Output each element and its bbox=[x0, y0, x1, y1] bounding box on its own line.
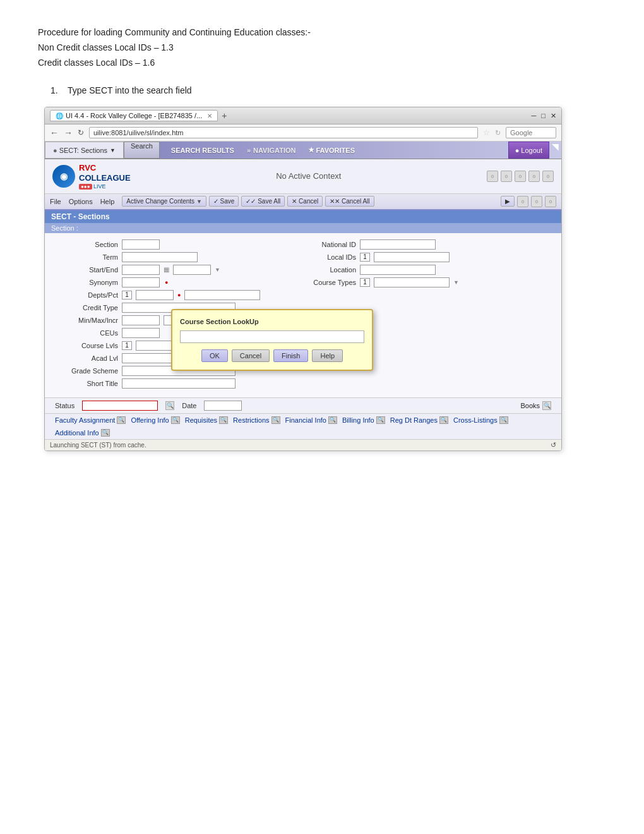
faculty-assignment-link[interactable]: Faculty Assignment 🔍 bbox=[55, 416, 126, 424]
offering-info-icon[interactable]: 🔍 bbox=[171, 416, 180, 424]
active-context-btn[interactable]: Active Change Contents ▼ bbox=[122, 196, 206, 207]
national-id-input[interactable] bbox=[360, 239, 436, 250]
logo-text-block: RVC COLLEAGUE ●●● LIVE bbox=[79, 163, 131, 189]
maximize-icon[interactable]: □ bbox=[541, 112, 546, 120]
header-icon-2[interactable]: ○ bbox=[501, 171, 512, 182]
date-input[interactable] bbox=[204, 401, 242, 411]
cancel-button[interactable]: ✕ Cancel bbox=[287, 196, 323, 207]
billing-info-link[interactable]: Billing Info 🔍 bbox=[342, 416, 385, 424]
local-ids-input[interactable] bbox=[374, 252, 450, 262]
toolbar-icon-c[interactable]: ○ bbox=[545, 196, 556, 207]
additional-info-link[interactable]: Additional Info 🔍 bbox=[55, 429, 110, 437]
toolbar-menu: File Options Help bbox=[50, 198, 114, 205]
active-context-label: Active Change Contents bbox=[126, 198, 194, 205]
status-search-btn[interactable]: 🔍 bbox=[165, 401, 174, 410]
cancel-all-icon: ✕✕ bbox=[330, 198, 340, 205]
subsection-title-text: Section : bbox=[51, 224, 78, 232]
cancel-all-button[interactable]: ✕✕ Cancel All bbox=[325, 196, 374, 207]
start-input[interactable] bbox=[122, 265, 160, 275]
header-icon-4[interactable]: ○ bbox=[528, 171, 540, 182]
back-button[interactable]: ← bbox=[50, 128, 59, 138]
cancel-label: Cancel bbox=[299, 198, 318, 205]
header-icon-1[interactable]: ○ bbox=[487, 171, 498, 182]
toolbar-icon-a[interactable]: ○ bbox=[517, 196, 528, 207]
depts-input[interactable] bbox=[136, 290, 174, 300]
nav-trailing-icon: ◥ bbox=[549, 142, 561, 159]
menu-options[interactable]: Options bbox=[69, 198, 93, 205]
logout-button[interactable]: ● Logout bbox=[508, 142, 549, 159]
save-all-button[interactable]: ✓✓ Save All bbox=[241, 196, 285, 207]
financial-info-icon[interactable]: 🔍 bbox=[328, 416, 337, 424]
modal-finish-button[interactable]: Finish bbox=[273, 349, 308, 362]
synonym-label: Synonym bbox=[55, 279, 118, 286]
menu-file[interactable]: File bbox=[50, 198, 61, 205]
header-icon-3[interactable]: ○ bbox=[515, 171, 526, 182]
short-title-input[interactable] bbox=[122, 378, 236, 389]
address-bar[interactable] bbox=[89, 127, 478, 138]
refresh-button[interactable]: ↻ bbox=[78, 128, 84, 137]
modal-buttons: OK Cancel Finish Help bbox=[180, 349, 364, 362]
modal-help-button[interactable]: Help bbox=[312, 349, 343, 362]
credit-type-label: Credit Type bbox=[55, 304, 118, 311]
context-area: No Active Context bbox=[138, 171, 479, 181]
favorites-nav[interactable]: ★ FAVORITES bbox=[302, 146, 361, 154]
nav-items: SEARCH RESULTS » NAVIGATION ★ FAVORITES bbox=[165, 142, 361, 159]
browser-controls: ─ □ ✕ bbox=[532, 112, 556, 120]
requisites-icon[interactable]: 🔍 bbox=[219, 416, 228, 424]
end-input[interactable] bbox=[173, 265, 211, 275]
min-input[interactable] bbox=[122, 315, 160, 325]
reg-dt-ranges-link[interactable]: Reg Dt Ranges 🔍 bbox=[390, 416, 448, 424]
save-button[interactable]: ✓ Save bbox=[209, 196, 239, 207]
term-input[interactable] bbox=[122, 252, 198, 262]
depts-pct-input[interactable] bbox=[184, 290, 260, 300]
restrictions-icon[interactable]: 🔍 bbox=[271, 416, 280, 424]
requisites-link[interactable]: Requisites 🔍 bbox=[185, 416, 228, 424]
cross-listings-link[interactable]: Cross-Listings 🔍 bbox=[453, 416, 508, 424]
location-input[interactable] bbox=[360, 265, 436, 275]
additional-info-label: Additional Info bbox=[55, 429, 99, 437]
course-types-input[interactable] bbox=[374, 277, 450, 287]
new-tab-button[interactable]: + bbox=[222, 111, 227, 121]
search-results-nav[interactable]: SEARCH RESULTS bbox=[165, 147, 241, 154]
menu-help[interactable]: Help bbox=[100, 198, 115, 205]
header-icon-5[interactable]: ○ bbox=[542, 171, 554, 182]
star-icon[interactable]: ☆ bbox=[483, 128, 490, 137]
cancel-icon: ✕ bbox=[292, 198, 297, 205]
close-icon[interactable]: ✕ bbox=[551, 112, 556, 120]
toolbar-extra-btn[interactable]: ▶ bbox=[501, 196, 515, 207]
cross-listings-icon[interactable]: 🔍 bbox=[499, 416, 508, 424]
star-nav-icon: ★ bbox=[308, 146, 314, 154]
browser-tab[interactable]: 🌐 UI 4.4 - Rock Valley College - [EB2748… bbox=[50, 110, 218, 121]
browser-addressbar: ← → ↻ ☆ ↻ bbox=[45, 124, 561, 142]
books-search-btn[interactable]: 🔍 bbox=[542, 401, 551, 410]
modal-ok-button[interactable]: OK bbox=[201, 349, 228, 362]
modal-cancel-button[interactable]: Cancel bbox=[232, 349, 270, 362]
reg-dt-ranges-icon[interactable]: 🔍 bbox=[439, 416, 448, 424]
search-button[interactable]: Search bbox=[124, 142, 160, 159]
section-title: SECT - Sections bbox=[45, 210, 561, 223]
minimize-icon[interactable]: ─ bbox=[532, 112, 537, 120]
faculty-assignment-icon[interactable]: 🔍 bbox=[117, 416, 126, 424]
header-icons: ○ ○ ○ ○ ○ bbox=[487, 171, 554, 182]
sect-tab[interactable]: ● SECT: Sections ▼ bbox=[45, 142, 124, 159]
modal-search-input[interactable] bbox=[180, 330, 364, 343]
status-input[interactable] bbox=[82, 401, 158, 411]
offering-info-link[interactable]: Offering Info 🔍 bbox=[131, 416, 179, 424]
additional-info-icon[interactable]: 🔍 bbox=[101, 429, 110, 437]
refresh-small-icon[interactable]: ↻ bbox=[495, 129, 501, 137]
section-input[interactable] bbox=[122, 239, 160, 250]
restrictions-link[interactable]: Restrictions 🔍 bbox=[233, 416, 280, 424]
tab-close-icon[interactable]: ✕ bbox=[207, 112, 212, 119]
app-toolbar: File Options Help Active Change Contents… bbox=[45, 194, 561, 210]
navigation-nav[interactable]: » NAVIGATION bbox=[241, 147, 302, 154]
logout-icon: ● bbox=[515, 147, 520, 154]
active-context-dropdown-icon: ▼ bbox=[196, 198, 202, 205]
synonym-input[interactable] bbox=[122, 277, 160, 287]
ceus-input[interactable] bbox=[122, 328, 160, 338]
billing-info-icon[interactable]: 🔍 bbox=[376, 416, 385, 424]
toolbar-icon-b[interactable]: ○ bbox=[531, 196, 542, 207]
financial-info-link[interactable]: Financial Info 🔍 bbox=[285, 416, 337, 424]
sect-tab-dropdown[interactable]: ▼ bbox=[110, 147, 116, 154]
forward-button[interactable]: → bbox=[64, 128, 73, 138]
browser-search-input[interactable] bbox=[506, 127, 556, 138]
